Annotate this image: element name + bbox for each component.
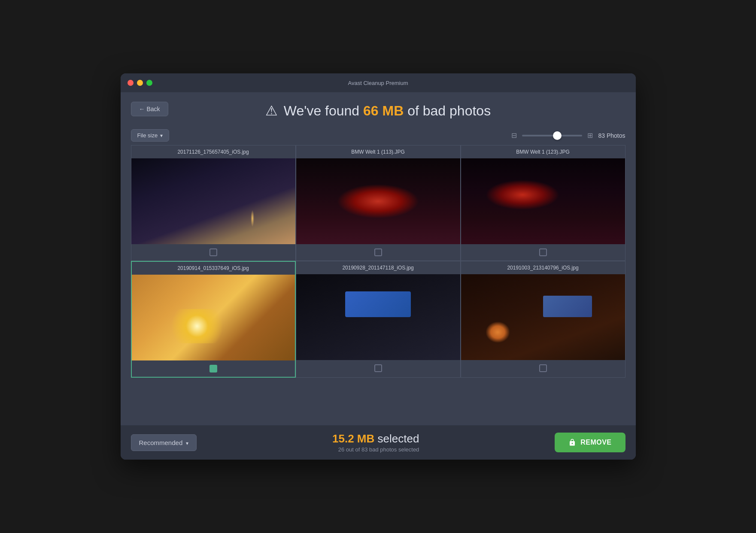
selection-detail: 26 out of 83 bad photos selected	[332, 446, 419, 453]
minimize-button[interactable]	[137, 80, 143, 86]
toolbar: File size ⊟ ⊞ 83 Photos	[121, 126, 636, 145]
title-size: 66 MB	[363, 103, 404, 118]
photo-thumb-2	[296, 158, 460, 244]
photo-thumb-3	[461, 158, 625, 244]
sort-label: File size	[137, 132, 158, 139]
recommended-button[interactable]: Recommended	[131, 434, 197, 451]
photo-grid: 20171126_175657405_iOS.jpg BMW Welt 1 (1…	[121, 145, 636, 425]
photo-filename-4: 20190914_015337649_iOS.jpg	[132, 262, 295, 275]
warning-icon: ⚠	[265, 103, 278, 119]
page-title: ⚠ We've found 66 MB of bad photos	[265, 103, 491, 119]
close-button[interactable]	[128, 80, 134, 86]
titlebar: Avast Cleanup Premium	[121, 73, 636, 92]
zoom-slider[interactable]	[522, 135, 582, 136]
selected-size: 15.2 MB	[332, 432, 374, 445]
photo-checkbox-area-4	[132, 360, 295, 377]
window-title: Avast Cleanup Premium	[348, 80, 408, 86]
photo-thumb-5	[296, 274, 460, 360]
title-text: We've found 66 MB of bad photos	[284, 103, 491, 119]
photo-checkbox-area-5	[296, 360, 460, 376]
traffic-lights	[128, 80, 152, 86]
photo-checkbox-area-1	[131, 244, 295, 260]
photo-filename-1: 20171126_175657405_iOS.jpg	[131, 145, 295, 158]
photo-checkbox-area-2	[296, 244, 460, 260]
selection-size: 15.2 MB selected	[332, 432, 419, 445]
photo-checkbox-area-6	[461, 360, 625, 376]
photo-checkbox-6[interactable]	[539, 364, 547, 372]
photo-card-2[interactable]: BMW Welt 1 (113).JPG	[296, 145, 461, 261]
maximize-button[interactable]	[146, 80, 152, 86]
remove-button[interactable]: REMOVE	[555, 433, 625, 452]
main-window: Avast Cleanup Premium ← Back ⚠ We've fou…	[121, 73, 636, 460]
photo-card-5[interactable]: 20190928_201147118_iOS.jpg	[296, 261, 461, 378]
photos-count: 83 Photos	[598, 132, 625, 139]
photo-filename-6: 20191003_213140796_iOS.jpg	[461, 261, 625, 274]
photo-card-1[interactable]: 20171126_175657405_iOS.jpg	[131, 145, 296, 261]
photo-checkbox-1[interactable]	[209, 248, 217, 256]
recommended-chevron-icon	[186, 439, 188, 446]
photo-checkbox-5[interactable]	[374, 364, 382, 372]
recommended-label: Recommended	[139, 439, 183, 446]
back-button[interactable]: ← Back	[131, 102, 168, 116]
photo-checkbox-area-3	[461, 244, 625, 260]
photo-filename-5: 20190928_201147118_iOS.jpg	[296, 261, 460, 274]
photo-card-6[interactable]: 20191003_213140796_iOS.jpg	[461, 261, 625, 378]
photo-thumb-1	[131, 158, 295, 244]
sort-button[interactable]: File size	[131, 129, 170, 142]
selection-info: 15.2 MB selected 26 out of 83 bad photos…	[332, 432, 419, 453]
remove-label: REMOVE	[580, 439, 611, 446]
zoom-controls: ⊟ ⊞ 83 Photos	[511, 131, 625, 139]
selected-label: selected	[378, 432, 419, 445]
photo-thumb-6	[461, 274, 625, 360]
zoom-in-icon: ⊞	[587, 131, 593, 139]
title-prefix: We've found	[284, 103, 363, 118]
photo-thumb-4	[132, 275, 295, 360]
chevron-down-icon	[160, 132, 163, 139]
title-suffix: of bad photos	[404, 103, 491, 118]
photo-checkbox-3[interactable]	[539, 248, 547, 256]
lock-icon	[568, 439, 576, 446]
header: ← Back ⚠ We've found 66 MB of bad photos	[121, 92, 636, 126]
footer: Recommended 15.2 MB selected 26 out of 8…	[121, 425, 636, 460]
photo-checkbox-4[interactable]	[209, 365, 217, 372]
zoom-out-icon: ⊟	[511, 131, 517, 139]
photo-card-4[interactable]: 20190914_015337649_iOS.jpg	[131, 261, 296, 378]
content-area: ← Back ⚠ We've found 66 MB of bad photos…	[121, 92, 636, 460]
photo-checkbox-2[interactable]	[374, 248, 382, 256]
photo-filename-2: BMW Welt 1 (113).JPG	[296, 145, 460, 158]
photo-card-3[interactable]: BMW Welt 1 (123).JPG	[461, 145, 625, 261]
photo-filename-3: BMW Welt 1 (123).JPG	[461, 145, 625, 158]
